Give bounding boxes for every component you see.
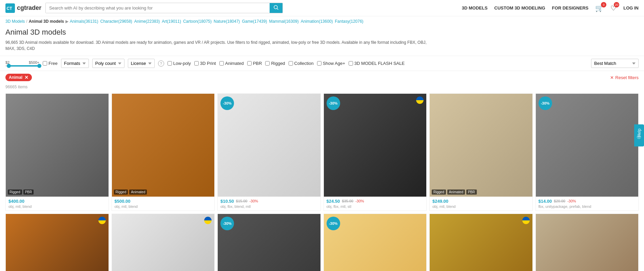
model-card[interactable] xyxy=(535,214,639,271)
search-button[interactable] xyxy=(270,3,282,13)
filter-checkbox-animated[interactable]: Animated xyxy=(219,61,244,66)
checkbox-label-pbr: PBR xyxy=(253,61,262,66)
discount-badge: -30% xyxy=(327,96,340,110)
checkbox-pbr[interactable] xyxy=(247,61,252,66)
free-filter[interactable]: Free xyxy=(43,61,58,66)
filter-checkbox-pbr[interactable]: PBR xyxy=(247,61,262,66)
filter-checkbox-low-poly[interactable]: Low-poly xyxy=(168,61,191,66)
ukraine-badge xyxy=(98,217,106,224)
sort-select[interactable]: Best MatchNewestPrice: Low to HighPrice:… xyxy=(591,59,639,68)
ukraine-flag xyxy=(416,96,424,104)
card-tags: RiggedAnimated xyxy=(114,189,147,195)
model-card[interactable]: -30% xyxy=(324,214,427,271)
items-count: 96665 items xyxy=(0,84,644,92)
category-tag[interactable]: Game(17439) xyxy=(242,19,267,24)
checkboxes-group: Low-poly3D PrintAnimatedPBRRiggedCollect… xyxy=(168,61,405,66)
checkbox-3d-print[interactable] xyxy=(194,61,199,66)
checkbox-show-age[interactable] xyxy=(317,61,321,66)
filter-tag-remove[interactable]: ✕ xyxy=(24,75,28,80)
reset-filters-link[interactable]: ✕ Reset filters xyxy=(610,75,639,80)
checkbox-label-animated: Animated xyxy=(225,61,244,66)
poly-count-select[interactable]: Poly count xyxy=(92,59,124,68)
cart-icon-container[interactable]: 🛒 0 xyxy=(595,4,604,12)
search-input[interactable] xyxy=(46,3,270,13)
ukraine-badge xyxy=(522,217,530,224)
checkbox-low-poly[interactable] xyxy=(168,61,172,66)
category-tag[interactable]: Cartoon(18075) xyxy=(183,19,212,24)
model-grid: RiggedPBR $400.00 obj, mtl, blend Rigged… xyxy=(0,92,644,271)
model-card[interactable]: -30% $10.50 $15.00 -30% obj, fbx, blend,… xyxy=(217,93,321,211)
checkbox-animated[interactable] xyxy=(219,61,224,66)
free-checkbox[interactable] xyxy=(43,61,47,66)
price-slider-thumb-left[interactable] xyxy=(7,64,11,68)
breadcrumb-3d-models[interactable]: 3D Models xyxy=(5,19,25,24)
discount-badge: -30% xyxy=(220,217,234,230)
checkbox-rigged[interactable] xyxy=(265,61,270,66)
nav-3d-models[interactable]: 3D MODELS xyxy=(462,5,488,11)
card-formats: obj, mtl, blend xyxy=(8,204,106,209)
nav-custom-modeling[interactable]: CUSTOM 3D MODELING xyxy=(494,5,545,11)
formats-select[interactable]: Formats xyxy=(61,59,89,68)
category-tag[interactable]: Anime(22383) xyxy=(134,19,160,24)
reset-x-icon: ✕ xyxy=(610,75,614,80)
card-info: $500.00 obj, mtl, blend xyxy=(112,197,215,211)
price-discount: -30% xyxy=(249,199,258,203)
category-tag[interactable]: Fantasy(12076) xyxy=(335,19,364,24)
category-tag[interactable]: Character(29658) xyxy=(100,19,132,24)
model-card[interactable] xyxy=(112,214,215,271)
price-slider-fill xyxy=(9,65,39,67)
model-card[interactable]: -30% xyxy=(217,214,321,271)
model-card[interactable] xyxy=(5,214,109,271)
checkbox-collection[interactable] xyxy=(289,61,293,66)
model-card[interactable] xyxy=(429,214,533,271)
category-tag[interactable]: Animation(13600) xyxy=(301,19,333,24)
help-label: Help xyxy=(637,129,642,137)
active-filters: Animal✕ ✕ Reset filters xyxy=(0,71,644,84)
discount-badge: -30% xyxy=(220,96,234,110)
filter-checkbox-rigged[interactable]: Rigged xyxy=(265,61,285,66)
category-tag[interactable]: Mammal(16309) xyxy=(269,19,298,24)
sort-select-wrap: Best MatchNewestPrice: Low to HighPrice:… xyxy=(591,59,639,68)
license-select[interactable]: License xyxy=(128,59,155,68)
discount-badge: -30% xyxy=(539,96,552,110)
filter-checkbox-collection[interactable]: Collection xyxy=(289,61,314,66)
card-info: $400.00 obj, mtl, blend xyxy=(6,197,109,211)
category-tag[interactable]: Animals(36131) xyxy=(70,19,98,24)
filter-tag-label: Animal xyxy=(9,75,22,80)
model-card[interactable]: -30% $14.00 $20.00 -30% fbx, unitypackag… xyxy=(535,93,639,211)
price-discount: -30% xyxy=(567,199,576,203)
filter-checkbox-flash-sale[interactable]: 3D MODEL FLASH SALE xyxy=(349,61,405,66)
card-image: -30% xyxy=(324,94,427,197)
header: CT cgtrader 3D MODELS CUSTOM 3D MODELING… xyxy=(0,0,644,16)
price-slider-track[interactable] xyxy=(5,65,39,67)
card-tags: RiggedPBR xyxy=(8,189,34,195)
nav-login[interactable]: LOG IN xyxy=(623,5,639,11)
logo-icon: CT xyxy=(5,3,15,13)
filter-checkbox-3d-print[interactable]: 3D Print xyxy=(194,61,216,66)
model-card[interactable]: RiggedAnimated $500.00 obj, mtl, blend xyxy=(112,93,215,211)
model-card[interactable]: RiggedAnimatedPBR $249.00 obj, mtl, blen… xyxy=(429,93,533,211)
card-image: RiggedAnimated xyxy=(112,94,215,197)
model-card[interactable]: RiggedPBR $400.00 obj, mtl, blend xyxy=(5,93,109,211)
checkbox-label-low-poly: Low-poly xyxy=(173,61,191,66)
price-main: $24.50 xyxy=(327,199,340,204)
logo[interactable]: CT cgtrader xyxy=(5,3,41,13)
card-tag: PBR xyxy=(466,189,477,195)
checkbox-flash-sale[interactable] xyxy=(349,61,353,66)
filter-checkbox-show-age[interactable]: Show Age+ xyxy=(317,61,345,66)
filter-tag: Animal✕ xyxy=(5,74,32,81)
category-tag[interactable]: Art(19011) xyxy=(162,19,181,24)
price-slider-thumb-right[interactable] xyxy=(37,64,41,68)
help-button[interactable]: ⓪ Help xyxy=(634,125,644,147)
model-card[interactable]: -30% $24.50 $35.00 -30% obj, fbx, mtl, s… xyxy=(324,93,427,211)
card-info: $14.00 $20.00 -30% fbx, unitypackage, pr… xyxy=(536,197,639,211)
filter-help-icon[interactable]: ? xyxy=(158,60,164,67)
breadcrumb-sep: / xyxy=(26,19,27,24)
category-tag[interactable]: Nature(18047) xyxy=(214,19,240,24)
card-info: $24.50 $35.00 -30% obj, fbx, mtl, stl xyxy=(324,197,427,211)
filters-row: $2 $500+ Free Formats Poly count License… xyxy=(0,56,644,71)
wishlist-icon-container[interactable]: ♡ 20 xyxy=(610,4,617,12)
price-old: $35.00 xyxy=(342,199,353,203)
nav-for-designers[interactable]: FOR DESIGNERS xyxy=(552,5,589,11)
checkbox-label-flash-sale: 3D MODEL FLASH SALE xyxy=(354,61,405,66)
